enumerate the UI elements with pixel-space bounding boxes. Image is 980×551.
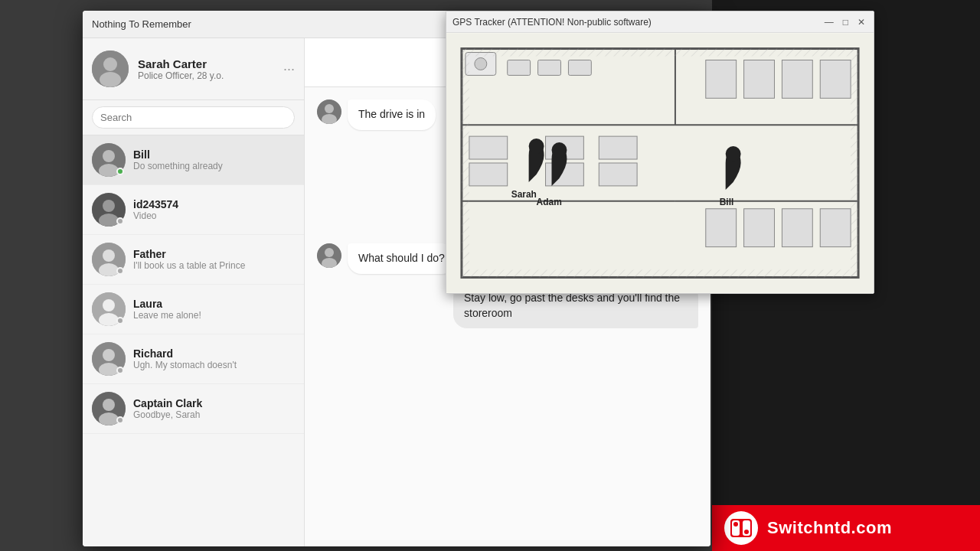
switch-logo	[724, 511, 758, 545]
svg-rect-14	[538, 60, 561, 75]
contact-item-captain-clark[interactable]: Captain Clark Goodbye, Sarah	[83, 384, 304, 434]
svg-rect-18	[469, 136, 508, 159]
svg-text:Adam: Adam	[537, 197, 562, 207]
svg-point-36	[529, 139, 544, 154]
svg-rect-22	[599, 136, 637, 159]
svg-point-58	[103, 349, 115, 361]
bill-status-dot	[116, 168, 124, 175]
richard-avatar-wrap	[92, 342, 126, 376]
switch-bar: Switchntd.com	[712, 505, 980, 551]
svg-rect-28	[706, 209, 737, 247]
profile-subtitle: Police Officer, 28 y.o.	[138, 70, 274, 81]
id243574-preview: Video	[133, 210, 295, 221]
contact-item-richard[interactable]: Richard Ugh. My stomach doesn't	[83, 334, 304, 384]
gps-tracker-window: GPS Tracker (ATTENTION! Non-public softw…	[446, 11, 874, 294]
gps-map-content: Sarah Adam Bill	[446, 33, 874, 293]
captain-clark-status-dot	[116, 416, 124, 424]
captain-clark-name: Captain Clark	[133, 397, 295, 409]
captain-clark-info: Captain Clark Goodbye, Sarah	[133, 397, 295, 420]
id243574-info: id243574 Video	[133, 198, 295, 221]
svg-point-43	[103, 57, 117, 71]
profile-header: Sarah Carter Police Officer, 28 y.o. ···	[83, 38, 304, 100]
svg-rect-27	[820, 60, 851, 98]
svg-text:Bill: Bill	[720, 197, 734, 207]
bill-name: Bill	[133, 148, 295, 161]
search-container	[83, 100, 304, 135]
gps-minimize-button[interactable]: —	[822, 17, 836, 28]
contact-item-bill[interactable]: Bill Do something already	[83, 135, 304, 185]
svg-rect-23	[599, 163, 637, 186]
gps-close-button[interactable]: ✕	[855, 17, 867, 28]
richard-info: Richard Ugh. My stomach doesn't	[133, 347, 295, 370]
laura-name: Laura	[133, 298, 295, 310]
laura-info: Laura Leave me alone!	[133, 298, 295, 321]
svg-point-44	[100, 72, 121, 87]
svg-point-67	[325, 104, 334, 113]
svg-rect-25	[744, 60, 775, 98]
message-bubble-4: What should I do?	[348, 243, 456, 274]
svg-rect-19	[469, 163, 508, 186]
message-avatar-1	[317, 99, 341, 124]
gps-window-controls: — □ ✕	[822, 17, 867, 28]
svg-rect-31	[820, 209, 851, 247]
contact-item-laura[interactable]: Laura Leave me alone!	[83, 285, 304, 334]
svg-rect-26	[782, 60, 812, 98]
laura-status-dot	[116, 317, 124, 324]
message-bubble-1: The drive is in	[348, 99, 436, 130]
svg-point-49	[103, 200, 115, 212]
bill-info: Bill Do something already	[133, 148, 295, 171]
svg-point-55	[103, 299, 115, 311]
profile-info: Sarah Carter Police Officer, 28 y.o.	[138, 57, 274, 81]
svg-point-40	[726, 146, 741, 161]
svg-rect-15	[568, 60, 591, 75]
svg-rect-35	[851, 49, 858, 278]
svg-rect-13	[508, 60, 531, 75]
profile-more-button[interactable]: ···	[283, 61, 295, 77]
contact-list: Bill Do something already id243574 Vid	[83, 135, 304, 546]
laura-avatar-wrap	[92, 292, 126, 326]
richard-preview: Ugh. My stomach doesn't	[133, 360, 295, 370]
svg-point-38	[552, 142, 567, 158]
svg-rect-33	[462, 270, 858, 278]
gps-title-text: GPS Tracker (ATTENTION! Non-public softw…	[452, 17, 822, 28]
svg-point-61	[103, 399, 115, 411]
bill-preview: Do something already	[133, 161, 295, 171]
contact-item-id243574[interactable]: id243574 Video	[83, 185, 304, 235]
svg-rect-29	[744, 209, 775, 247]
gps-title-bar: GPS Tracker (ATTENTION! Non-public softw…	[446, 11, 874, 33]
switch-text: Switchntd.com	[767, 518, 892, 538]
contact-item-father[interactable]: Father I'll book us a table at Prince	[83, 235, 304, 285]
captain-clark-avatar-wrap	[92, 392, 126, 425]
captain-clark-preview: Goodbye, Sarah	[133, 409, 295, 420]
svg-text:Sarah: Sarah	[511, 189, 537, 200]
father-status-dot	[116, 267, 124, 275]
richard-status-dot	[116, 367, 124, 374]
svg-point-52	[103, 249, 115, 262]
svg-point-4	[744, 530, 749, 534]
search-input[interactable]	[92, 106, 295, 129]
bill-avatar-wrap	[92, 143, 126, 177]
father-avatar-wrap	[92, 243, 126, 276]
id243574-avatar-wrap	[92, 193, 126, 227]
svg-point-46	[103, 150, 115, 162]
id243574-status-dot	[116, 217, 124, 225]
message-avatar-4	[317, 243, 341, 268]
svg-rect-30	[782, 209, 812, 247]
svg-rect-24	[706, 60, 737, 98]
sidebar: Sarah Carter Police Officer, 28 y.o. ···	[83, 38, 305, 546]
gps-maximize-button[interactable]: □	[841, 17, 851, 28]
laura-preview: Leave me alone!	[133, 310, 295, 321]
id243574-name: id243574	[133, 198, 295, 210]
svg-rect-34	[462, 49, 469, 278]
profile-name: Sarah Carter	[138, 57, 274, 70]
svg-point-3	[733, 522, 738, 527]
richard-name: Richard	[133, 347, 295, 360]
father-info: Father I'll book us a table at Prince	[133, 248, 295, 271]
svg-rect-32	[462, 49, 858, 57]
svg-point-70	[325, 248, 334, 257]
user-avatar	[92, 51, 129, 87]
svg-point-17	[475, 57, 487, 70]
father-name: Father	[133, 248, 295, 260]
father-preview: I'll book us a table at Prince	[133, 260, 295, 271]
floor-plan-svg: Sarah Adam Bill	[446, 33, 874, 293]
